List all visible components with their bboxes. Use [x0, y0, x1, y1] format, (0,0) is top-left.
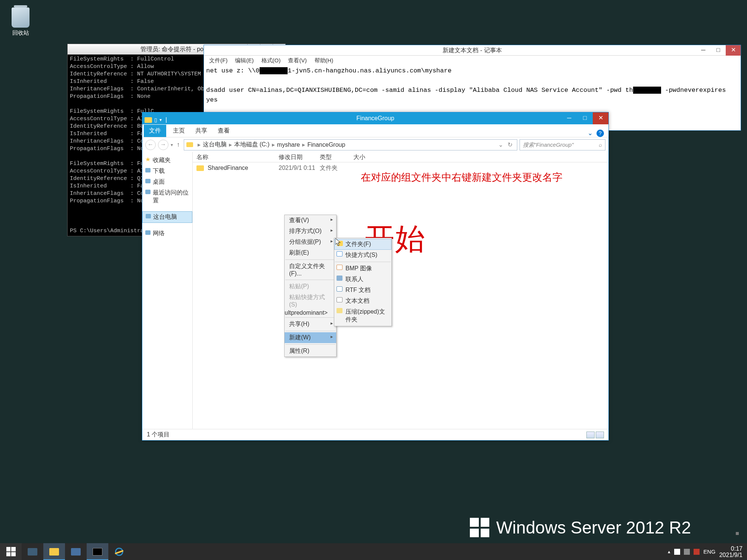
ctx-view[interactable]: 查看(V)	[285, 215, 336, 226]
folder-icon	[337, 241, 343, 246]
qat-open-icon[interactable]: ▯	[154, 114, 157, 126]
recent-dropdown[interactable]: ▾	[171, 142, 173, 147]
tray-sound-icon[interactable]	[694, 549, 700, 555]
address-dropdown-icon[interactable]: ⌄	[496, 141, 505, 148]
file-name: SharedFinance	[208, 165, 279, 171]
taskbar-app[interactable]	[65, 543, 87, 560]
sub-txt[interactable]: 文本文档	[334, 296, 391, 307]
address-bar[interactable]: ▸ 这台电脑 ▸ 本地磁盘 (C:) ▸ myshare ▸ FinanceGr…	[184, 139, 518, 150]
sidebar: 收藏夹 下载 桌面 最近访问的位置 这台电脑 网络	[142, 152, 193, 429]
tray-flag-icon[interactable]	[674, 549, 680, 555]
ctx-new[interactable]: 新建(W)	[285, 332, 336, 343]
ctx-refresh[interactable]: 刷新(E)	[285, 248, 336, 258]
ctx-share[interactable]: 共享(H)	[285, 319, 336, 330]
language-indicator[interactable]: ENG	[703, 548, 716, 555]
folder-icon	[186, 142, 193, 147]
taskbar-cmd[interactable]	[87, 543, 108, 560]
address-bar-row: ← → ▾ ↑ ▸ 这台电脑 ▸ 本地磁盘 (C:) ▸ myshare ▸ F…	[142, 137, 608, 152]
minimize-button[interactable]: ─	[561, 112, 577, 124]
status-bar: 1 个项目	[142, 429, 608, 440]
notepad-titlebar[interactable]: 新建文本文档 - 记事本 ─ □ ✕	[204, 45, 741, 56]
ctx-paste-shortcut: 粘贴快捷方式(S)	[285, 292, 336, 309]
recycle-bin[interactable]: 回收站	[7, 7, 34, 37]
context-menu: 查看(V) 排序方式(O) 分组依据(P) 刷新(E) 自定义文件夹(F)...…	[284, 215, 337, 357]
back-button[interactable]: ←	[145, 140, 156, 150]
tab-home[interactable]: 主页	[168, 125, 190, 137]
sub-rtf[interactable]: RTF 文档	[334, 285, 391, 296]
qat-dropdown-icon[interactable]: ▾	[159, 114, 162, 126]
sub-contact[interactable]: 联系人	[334, 274, 391, 285]
crumb-folder[interactable]: FinanceGroup	[307, 141, 345, 148]
recycle-bin-label: 回收站	[7, 29, 34, 37]
crumb-disk[interactable]: 本地磁盘 (C:)	[234, 141, 270, 149]
tab-share[interactable]: 共享	[190, 125, 213, 137]
menu-help[interactable]: 帮助(H)	[311, 56, 337, 66]
ctx-properties[interactable]: 属性(R)	[285, 346, 336, 357]
help-icon[interactable]: ?	[596, 130, 604, 137]
ctx-paste: 粘贴(P)	[285, 281, 336, 292]
minimize-button[interactable]: ─	[696, 45, 711, 56]
sidebar-pc[interactable]: 这台电脑	[142, 211, 192, 223]
menu-edit[interactable]: 编辑(E)	[232, 56, 257, 66]
sidebar-favorites[interactable]: 收藏夹	[142, 155, 192, 166]
details-view-icon[interactable]	[586, 432, 595, 438]
menu-format[interactable]: 格式(O)	[258, 56, 284, 66]
sub-shortcut[interactable]: 快捷方式(S)	[334, 250, 391, 261]
search-input[interactable]: 搜索"FinanceGroup" ⌕	[520, 139, 605, 150]
explorer-titlebar[interactable]: ▯ ▾ | FinanceGroup ─ □ ✕	[142, 112, 608, 124]
explorer-title-text: FinanceGroup	[356, 115, 394, 121]
file-pane[interactable]: 名称 修改日期 类型 大小 SharedFinance 2021/9/1 0:1…	[193, 152, 608, 429]
taskbar: ▴ ENG 0:17 2021/9/1	[0, 543, 747, 560]
sub-folder[interactable]: 文件夹(F)	[334, 239, 391, 250]
ctx-customize[interactable]: 自定义文件夹(F)...	[285, 261, 336, 279]
cmd-title-text: 管理员: 命令提示符 - pow...	[140, 46, 213, 52]
close-button[interactable]: ✕	[726, 45, 741, 56]
tab-file[interactable]: 文件	[144, 125, 166, 137]
sub-bmp[interactable]: BMP 图像	[334, 263, 391, 274]
col-name[interactable]: 名称	[193, 152, 275, 162]
forward-button[interactable]: →	[158, 140, 168, 150]
folder-icon	[196, 165, 204, 171]
tray-up-icon[interactable]: ▴	[668, 549, 670, 554]
sub-zip[interactable]: 压缩(zipped)文件夹	[334, 307, 391, 325]
ribbon-tabs: 文件 主页 共享 查看 ⌄ ?	[142, 124, 608, 137]
sidebar-recent[interactable]: 最近访问的位置	[142, 187, 192, 206]
refresh-icon[interactable]: ↻	[505, 141, 515, 148]
crumb-myshare[interactable]: myshare	[277, 141, 300, 148]
maximize-button[interactable]: □	[577, 112, 593, 124]
start-button[interactable]	[0, 543, 22, 560]
crumb-pc[interactable]: 这台电脑	[203, 141, 227, 149]
windows-logo-icon	[470, 518, 489, 537]
shortcut-icon	[337, 251, 342, 256]
ribbon-expand-icon[interactable]: ⌄	[588, 129, 593, 137]
column-headers: 名称 修改日期 类型 大小	[193, 152, 608, 162]
rtf-icon	[337, 286, 342, 292]
tray-network-icon[interactable]	[684, 549, 690, 555]
bmp-icon	[337, 265, 342, 270]
explorer-window[interactable]: ▯ ▾ | FinanceGroup ─ □ ✕ 文件 主页 共享 查看 ⌄ ?…	[142, 112, 609, 441]
taskbar-explorer[interactable]	[43, 543, 65, 560]
taskbar-server-manager[interactable]	[22, 543, 43, 560]
maximize-button[interactable]: □	[711, 45, 726, 56]
folder-icon	[145, 117, 152, 123]
sidebar-downloads[interactable]: 下载	[142, 166, 192, 177]
col-type[interactable]: 类型	[316, 152, 350, 162]
windows-logo-icon	[6, 547, 16, 556]
taskbar-ie[interactable]	[108, 543, 130, 560]
col-date[interactable]: 修改日期	[275, 152, 316, 162]
sidebar-network[interactable]: 网络	[142, 228, 192, 239]
menu-file[interactable]: 文件(F)	[206, 56, 230, 66]
up-button[interactable]: ↑	[175, 141, 182, 149]
clock[interactable]: 0:17 2021/9/1	[719, 545, 743, 558]
contact-icon	[337, 276, 342, 281]
close-button[interactable]: ✕	[593, 112, 608, 124]
system-tray: ▴ ENG 0:17 2021/9/1	[668, 545, 747, 558]
ctx-sort[interactable]: 排序方式(O)	[285, 226, 336, 237]
sidebar-desktop[interactable]: 桌面	[142, 177, 192, 187]
col-size[interactable]: 大小	[350, 152, 379, 162]
tab-view[interactable]: 查看	[213, 125, 235, 137]
menu-view[interactable]: 查看(V)	[285, 56, 310, 66]
ctx-group[interactable]: 分组依据(P)	[285, 237, 336, 248]
icons-view-icon[interactable]	[596, 432, 604, 438]
windows-watermark: Windows Server 2012 R2	[470, 517, 691, 538]
